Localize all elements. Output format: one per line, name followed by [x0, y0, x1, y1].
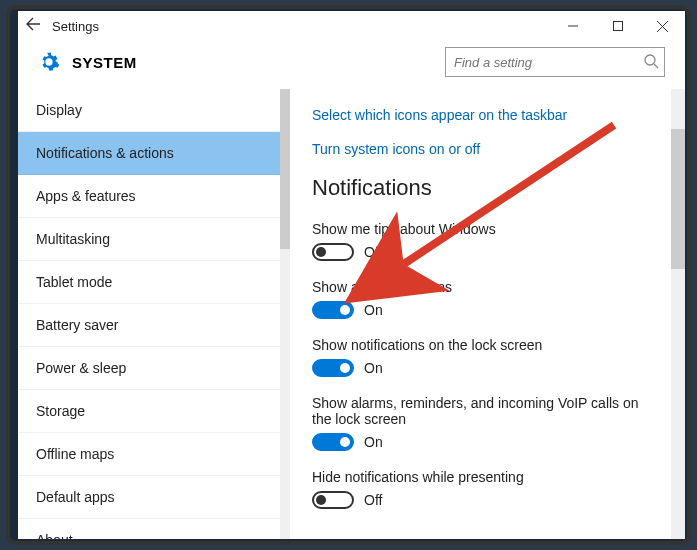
page-title: SYSTEM: [72, 54, 445, 71]
section-title: Notifications: [312, 175, 649, 201]
toggle-state-text: On: [364, 360, 383, 376]
content-scrollbar[interactable]: [671, 89, 685, 539]
svg-point-4: [645, 55, 655, 65]
back-button[interactable]: [18, 16, 48, 36]
link-system-icons[interactable]: Turn system icons on or off: [312, 141, 649, 157]
setting-row: Hide notifications while presentingOff: [312, 469, 649, 509]
arrow-left-icon: [25, 16, 41, 32]
setting-label: Show app notifications: [312, 279, 649, 295]
content-pane: Select which icons appear on the taskbar…: [290, 89, 671, 539]
setting-label: Hide notifications while presenting: [312, 469, 649, 485]
setting-row: Show notifications on the lock screenOn: [312, 337, 649, 377]
sidebar-item-power-sleep[interactable]: Power & sleep: [18, 347, 280, 390]
maximize-icon: [613, 21, 623, 31]
toggle-state-text: On: [364, 434, 383, 450]
search-wrapper: [445, 47, 665, 77]
gear-icon: [38, 51, 60, 73]
setting-row: Show alarms, reminders, and incoming VoI…: [312, 395, 649, 451]
settings-window: Settings SYSTEM: [18, 11, 685, 539]
sidebar-item-battery-saver[interactable]: Battery saver: [18, 304, 280, 347]
toggle-switch[interactable]: [312, 359, 354, 377]
toggle-switch[interactable]: [312, 491, 354, 509]
setting-label: Show alarms, reminders, and incoming VoI…: [312, 395, 649, 427]
sidebar-item-apps-features[interactable]: Apps & features: [18, 175, 280, 218]
maximize-button[interactable]: [595, 11, 640, 41]
minimize-button[interactable]: [550, 11, 595, 41]
sidebar-item-about[interactable]: About: [18, 519, 280, 539]
toggle-switch[interactable]: [312, 433, 354, 451]
close-button[interactable]: [640, 11, 685, 41]
sidebar-item-default-apps[interactable]: Default apps: [18, 476, 280, 519]
header: SYSTEM: [18, 41, 685, 89]
setting-label: Show notifications on the lock screen: [312, 337, 649, 353]
sidebar: DisplayNotifications & actionsApps & fea…: [18, 89, 280, 539]
titlebar: Settings: [18, 11, 685, 41]
sidebar-item-tablet-mode[interactable]: Tablet mode: [18, 261, 280, 304]
toggle-switch[interactable]: [312, 243, 354, 261]
sidebar-item-offline-maps[interactable]: Offline maps: [18, 433, 280, 476]
sidebar-item-notifications-actions[interactable]: Notifications & actions: [18, 132, 280, 175]
svg-line-5: [654, 64, 658, 68]
window-controls: [550, 11, 685, 41]
toggle-state-text: Off: [364, 244, 382, 260]
minimize-icon: [568, 21, 578, 31]
link-taskbar-icons[interactable]: Select which icons appear on the taskbar: [312, 107, 649, 123]
setting-row: Show app notificationsOn: [312, 279, 649, 319]
setting-row: Show me tips about WindowsOff: [312, 221, 649, 261]
svg-rect-1: [613, 22, 622, 31]
sidebar-item-storage[interactable]: Storage: [18, 390, 280, 433]
toggle-switch[interactable]: [312, 301, 354, 319]
close-icon: [657, 21, 668, 32]
sidebar-scrollbar[interactable]: [280, 89, 290, 539]
search-input[interactable]: [445, 47, 665, 77]
window-title: Settings: [48, 19, 550, 34]
toggle-state-text: On: [364, 302, 383, 318]
setting-label: Show me tips about Windows: [312, 221, 649, 237]
sidebar-item-multitasking[interactable]: Multitasking: [18, 218, 280, 261]
sidebar-item-display[interactable]: Display: [18, 89, 280, 132]
toggle-state-text: Off: [364, 492, 382, 508]
search-icon: [643, 53, 659, 73]
